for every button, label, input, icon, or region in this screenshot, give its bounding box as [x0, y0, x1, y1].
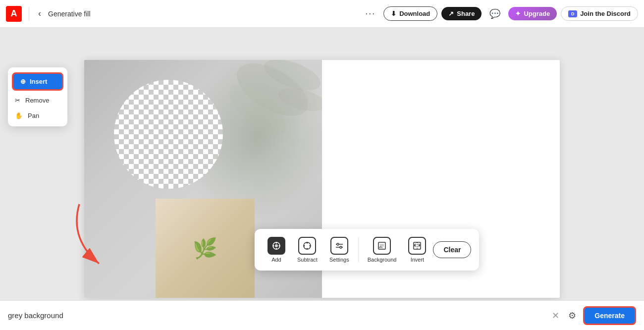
subtract-icon-svg — [303, 241, 312, 250]
upgrade-button[interactable]: ✦ Upgrade — [508, 7, 557, 20]
header: A ‹ Generative fill ··· ⬇ Download ↗ Sha… — [0, 0, 644, 28]
invert-tool[interactable]: Invert — [403, 234, 431, 266]
subtract-icon — [298, 237, 316, 255]
settings-label: Settings — [329, 257, 349, 263]
back-button[interactable]: ‹ — [36, 6, 43, 21]
svg-point-14 — [307, 242, 308, 244]
adobe-logo: A — [6, 6, 22, 22]
prompt-clear-button[interactable]: ✕ — [550, 308, 561, 323]
discord-icon: D — [568, 10, 577, 17]
background-icon-svg — [377, 241, 386, 250]
share-icon: ↗ — [448, 10, 454, 17]
comment-button[interactable]: 💬 — [485, 6, 504, 21]
add-tool[interactable]: Add — [263, 234, 290, 266]
left-panel: ⊕ Insert ✂ Remove ✋ Pan — [8, 67, 67, 126]
svg-point-13 — [310, 245, 311, 247]
download-button[interactable]: ⬇ Download — [383, 6, 437, 21]
pan-label: Pan — [28, 112, 39, 119]
generate-button[interactable]: Generate — [583, 306, 636, 325]
add-icon — [268, 237, 285, 255]
pan-icon: ✋ — [15, 112, 23, 119]
download-label: Download — [399, 10, 430, 17]
svg-point-9 — [275, 242, 277, 244]
svg-point-6 — [275, 244, 278, 247]
background-tool[interactable]: Background — [363, 234, 402, 266]
insert-label: Insert — [30, 78, 47, 85]
svg-point-18 — [337, 243, 339, 245]
svg-point-7 — [272, 245, 274, 247]
subtract-label: Subtract — [297, 257, 318, 263]
main-area: Australian Museum, Sydney Australia's Fi… — [0, 28, 644, 330]
insert-button[interactable]: ⊕ Insert — [12, 72, 63, 91]
remove-label: Remove — [25, 97, 49, 104]
svg-point-10 — [275, 248, 277, 250]
invert-icon — [408, 237, 426, 255]
add-label: Add — [271, 257, 281, 263]
upgrade-icon: ✦ — [515, 10, 521, 17]
insert-icon: ⊕ — [20, 78, 26, 85]
upgrade-label: Upgrade — [524, 10, 550, 17]
invert-icon-svg — [413, 241, 422, 250]
svg-point-15 — [307, 248, 308, 250]
prompt-input[interactable] — [8, 311, 545, 320]
more-options-button[interactable]: ··· — [361, 6, 379, 21]
share-label: Share — [457, 10, 475, 17]
clear-button[interactable]: Clear — [433, 241, 471, 258]
canvas-area: Australian Museum, Sydney Australia's Fi… — [0, 28, 644, 330]
toolbar-divider — [358, 237, 359, 262]
invert-label: Invert — [411, 257, 425, 263]
generative-toolbar: Add Subtract — [255, 229, 479, 271]
prompt-bar: ✕ ⚙ Generate — [0, 300, 644, 330]
discord-label: Join the Discord — [580, 10, 631, 17]
share-button[interactable]: ↗ Share — [441, 7, 482, 20]
remove-tool[interactable]: ✂ Remove — [8, 93, 67, 108]
settings-icon — [330, 237, 348, 255]
transparent-circle — [114, 80, 223, 189]
header-divider — [29, 7, 29, 21]
header-actions: ··· ⬇ Download ↗ Share 💬 ✦ Upgrade D Joi… — [361, 6, 638, 21]
settings-icon-svg — [335, 241, 344, 250]
subtract-tool[interactable]: Subtract — [292, 234, 322, 266]
settings-tool[interactable]: Settings — [324, 234, 354, 266]
page-title: Generative fill — [48, 10, 356, 18]
bottom-photo — [156, 199, 255, 298]
remove-icon: ✂ — [15, 97, 20, 104]
svg-point-8 — [278, 245, 280, 247]
prompt-settings-button[interactable]: ⚙ — [566, 308, 578, 323]
download-icon: ⬇ — [391, 10, 396, 17]
background-label: Background — [368, 257, 397, 263]
background-icon — [373, 237, 391, 255]
add-icon-svg — [272, 241, 281, 250]
svg-point-12 — [304, 245, 305, 247]
discord-button[interactable]: D Join the Discord — [561, 6, 638, 21]
svg-point-19 — [340, 246, 342, 248]
pan-tool[interactable]: ✋ Pan — [8, 108, 67, 123]
